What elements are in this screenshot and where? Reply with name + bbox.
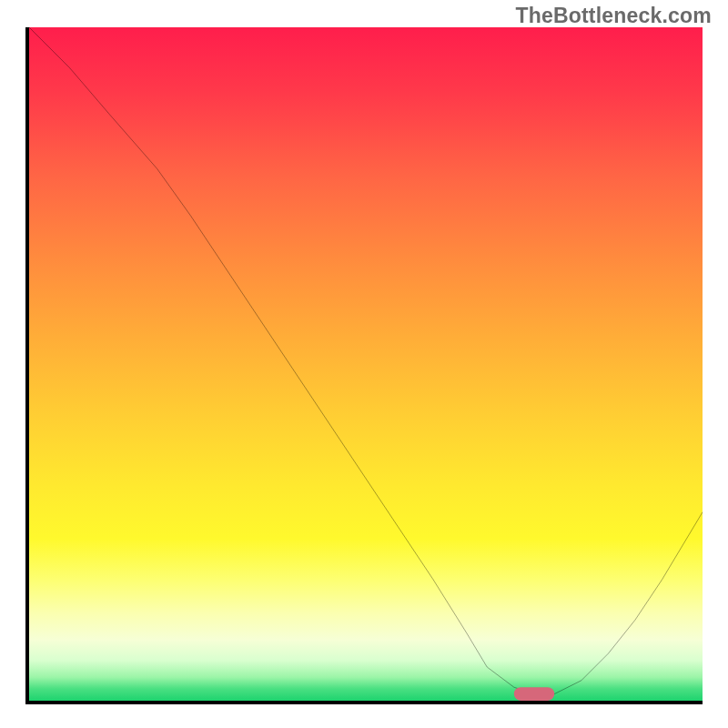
chart-container: TheBottleneck.com [0, 0, 728, 728]
bottleneck-curve-path [29, 27, 703, 694]
watermark-text: TheBottleneck.com [515, 4, 712, 28]
plot-area [25, 27, 703, 704]
curve-svg [29, 27, 703, 701]
optimal-marker [514, 687, 554, 701]
